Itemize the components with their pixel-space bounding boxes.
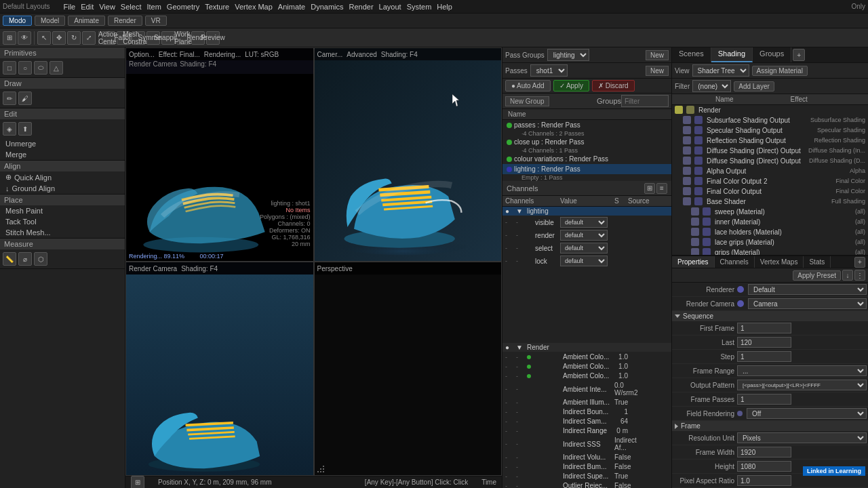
render-ch-row-4[interactable]: - - Ambient Illum... True [502, 398, 671, 407]
channel-group-lighting[interactable]: ● ▼ lighting [502, 207, 671, 216]
sidebar-header-measure[interactable]: Measure [0, 239, 125, 249]
pen-icon[interactable]: ✏ [3, 92, 16, 105]
passes-dropdown[interactable]: shot1 [530, 64, 568, 77]
menu-item-help[interactable]: Help [434, 2, 455, 12]
render-ch-row-10[interactable]: - - Indirect Bum... False [502, 462, 671, 472]
unmerge-btn[interactable]: Unmerge [0, 138, 125, 149]
filter-dropdown[interactable]: (none) [692, 80, 731, 92]
shader-row-6[interactable]: Alpha Output Alpha [672, 166, 868, 176]
bevel-icon[interactable]: ◈ [3, 122, 16, 136]
height-input[interactable] [737, 461, 791, 472]
shader-row-4[interactable]: Diffuse Shading (Direct) Output Diffuse … [672, 146, 868, 156]
stitch-mesh-btn[interactable]: Stitch Mesh... [0, 227, 125, 238]
ch-dd-0[interactable]: default [560, 217, 608, 228]
channel-row-3[interactable]: - - lock default [502, 255, 671, 268]
channels-view-icon2[interactable]: ≡ [656, 183, 667, 194]
tab-properties[interactable]: Properties [672, 256, 715, 268]
auto-add-btn[interactable]: ● Auto Add [505, 80, 551, 92]
ground-align-btn[interactable]: ↓ Ground Align [0, 183, 125, 194]
menu-item-geometry[interactable]: Geometry [164, 2, 202, 12]
frame-section[interactable]: Frame [672, 421, 868, 431]
render-ch-row-6[interactable]: - - Indirect Sam... 64 [502, 417, 671, 426]
group-item-2[interactable]: colour variations : Render Pass [502, 154, 671, 164]
render-ch-row-5[interactable]: - - Indirect Boun... 1 [502, 407, 671, 417]
last-input[interactable] [737, 337, 791, 348]
tack-tool-btn[interactable]: Tack Tool [0, 216, 125, 227]
add-layer-btn[interactable]: Add Layer [734, 81, 774, 92]
viewport-icon[interactable]: ⊞ [3, 31, 16, 45]
shader-row-12[interactable]: lace holders (Material) (all) [672, 227, 868, 237]
ch-dd-2[interactable]: default [560, 243, 608, 253]
pixel-aspect-input[interactable] [737, 475, 791, 486]
render-ch-row-3[interactable]: - - Ambient Inte... 0.0 W/srm2 [502, 381, 671, 398]
menu-item-system[interactable]: System [404, 2, 435, 12]
snapping-btn[interactable]: Snapping [161, 31, 175, 45]
cylinder-icon[interactable]: ⬭ [34, 61, 47, 75]
props-icon1[interactable]: + [854, 257, 865, 268]
menu-item-file[interactable]: File [61, 2, 79, 12]
output-pattern-dropdown[interactable]: [<pass>][<output>][<LR>]<FFFF [737, 380, 867, 390]
camera-dropdown[interactable]: Camera [748, 298, 867, 309]
mode-btn-animate[interactable]: Animate [68, 16, 105, 26]
select-icon[interactable]: ↖ [37, 31, 51, 45]
move-icon[interactable]: ✥ [52, 31, 66, 45]
merge-btn[interactable]: Merge [0, 149, 125, 160]
sidebar-header-place[interactable]: Place [0, 195, 125, 205]
step-input[interactable] [737, 351, 791, 362]
apply-btn[interactable]: ✓ Apply [553, 80, 589, 92]
menu-item-texture[interactable]: Texture [202, 2, 232, 12]
menu-item-edit[interactable]: Edit [78, 2, 96, 12]
channels-view-icon1[interactable]: ⊞ [644, 183, 655, 194]
frame-passes-input[interactable] [737, 394, 791, 405]
mode-btn-vr[interactable]: VR [145, 16, 167, 26]
shader-row-2[interactable]: Specular Shading Output Specular Shading [672, 125, 868, 136]
resize-icon[interactable] [317, 466, 324, 474]
shader-row-13[interactable]: lace grips (Material) (all) [672, 237, 868, 247]
action-center-btn[interactable]: Action Center [102, 31, 115, 45]
ruler-icon[interactable]: 📏 [3, 252, 16, 266]
render-ch-row-12[interactable]: - - Outlier Rejec... False [502, 481, 671, 488]
menu-item-item[interactable]: Item [144, 2, 163, 12]
brush-icon[interactable]: 🖌 [18, 92, 32, 105]
ch-expand[interactable]: ▼ [516, 207, 527, 215]
scale-icon[interactable]: ⤢ [82, 31, 96, 45]
render-ch-row-7[interactable]: - - Indirect Range 0 m [502, 426, 671, 436]
render-ch-row-0[interactable]: - - Ambient Colo... 1.0 [502, 352, 671, 362]
menu-item-dynamics[interactable]: Dynamics [308, 2, 346, 12]
extrude-icon[interactable]: ⬆ [18, 122, 32, 136]
render-ch-row-9[interactable]: - - Indirect Volu... False [502, 453, 671, 462]
first-frame-input[interactable] [737, 323, 791, 333]
menu-item-layout[interactable]: Layout [376, 2, 404, 12]
menu-item-render[interactable]: Render [347, 2, 376, 12]
menu-item-vertex map[interactable]: Vertex Map [232, 2, 275, 12]
sidebar-header-align[interactable]: Align [0, 161, 125, 171]
ch-render-expand[interactable]: ▼ [516, 344, 527, 351]
menu-item-select[interactable]: Select [118, 2, 144, 12]
viewport-top-right[interactable]: Camer... Advanced Shading: F4 [314, 47, 502, 262]
channel-row-0[interactable]: - - visible default [502, 216, 671, 229]
resolution-unit-dropdown[interactable]: Pixels [737, 432, 867, 443]
apply-preset-btn[interactable]: Apply Preset [793, 270, 841, 281]
preset-icon2[interactable]: ⋮ [854, 270, 865, 281]
mode-btn-modo[interactable]: Modo [3, 16, 32, 26]
viewport-bottom-left[interactable]: Render Camera Shading: F4 [125, 262, 314, 476]
render-ch-row-2[interactable]: - - Ambient Colo... 1.0 [502, 371, 671, 381]
render-ch-row-1[interactable]: - - Ambient Colo... 1.0 [502, 362, 671, 371]
mesh-paint-btn[interactable]: Mesh Paint [0, 205, 125, 216]
group-item-0[interactable]: passes : Render Pass [502, 120, 671, 130]
tab-channels[interactable]: Channels [715, 256, 755, 268]
channel-group-render[interactable]: ● ▼ Render [502, 343, 671, 352]
shader-row-0[interactable]: Render [672, 105, 868, 115]
cone-icon[interactable]: △ [50, 61, 63, 75]
render-ch-row-11[interactable]: - - Indirect Supe... True [502, 472, 671, 481]
add-tab-icon[interactable]: + [793, 49, 805, 61]
passes-new-btn[interactable]: New [646, 66, 669, 76]
groups-filter-input[interactable] [621, 95, 669, 107]
field-rendering-dropdown[interactable]: Off [747, 408, 867, 419]
pass-groups-new-btn[interactable]: New [646, 50, 669, 60]
sidebar-header-primitives[interactable]: Primitives [0, 47, 125, 58]
preview-btn[interactable]: Preview [206, 31, 220, 45]
tab-stats[interactable]: Stats [804, 256, 831, 268]
mode-btn-model[interactable]: Model [35, 16, 65, 26]
channel-row-1[interactable]: - - render default [502, 229, 671, 242]
